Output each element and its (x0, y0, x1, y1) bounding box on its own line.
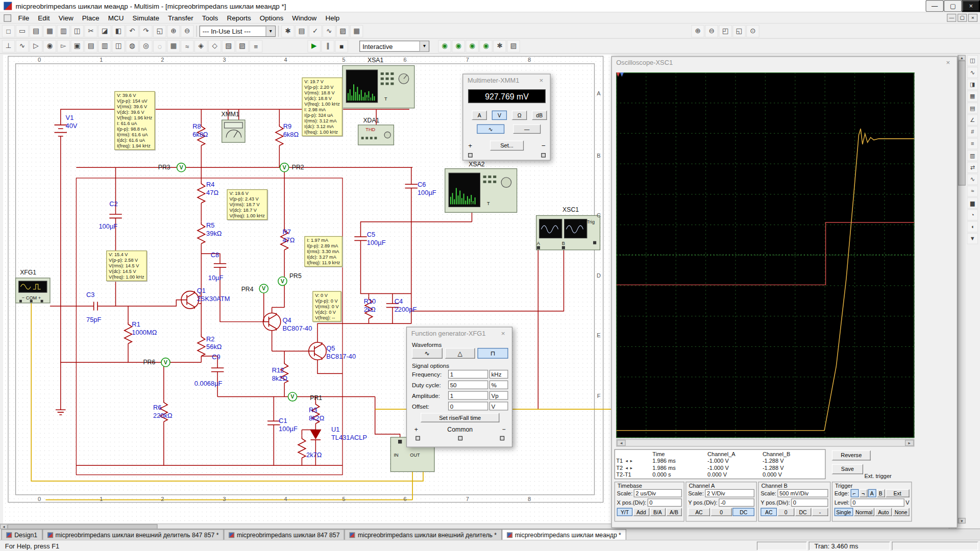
channel-a-scale-field[interactable]: 2 V/Div (705, 489, 754, 497)
component-label[interactable]: R11000MΩ (132, 320, 157, 337)
scope-hscrollbar[interactable]: ◄ ► (616, 439, 914, 447)
waveform-button[interactable]: ∿ (412, 348, 443, 359)
trigger-mode-button[interactable]: Single (835, 508, 853, 516)
zoom-in-icon[interactable]: ⊕ (691, 24, 704, 37)
place-diode-icon[interactable]: ▷ (30, 40, 43, 52)
close-icon[interactable]: × (537, 76, 546, 84)
trigger-mode-button[interactable]: Normal (853, 508, 874, 516)
trigger-edge-button[interactable]: ¬ (859, 489, 867, 497)
channel-b-coupling-button[interactable]: AC (761, 508, 777, 516)
timebase-mode-button[interactable]: B/A (650, 508, 666, 516)
close-button[interactable]: × (962, 0, 980, 12)
postprocessor-icon[interactable]: ▨ (336, 24, 350, 37)
trigger-mode-button[interactable]: None (893, 508, 910, 516)
component-symbols[interactable] (55, 123, 418, 458)
component-label[interactable]: R128k2Ω (272, 366, 287, 383)
analysis-icon[interactable]: ▨ (507, 40, 520, 52)
channel-b-coupling-button[interactable]: - (812, 508, 828, 516)
set-rise-fall-button[interactable]: Set rise/Fall time (421, 413, 499, 422)
multimeter-titlebar[interactable]: Multimeter-XMM1 × (463, 74, 550, 86)
menu-item[interactable]: Simulate (128, 13, 164, 23)
print-icon[interactable]: ▥ (57, 24, 70, 37)
component-label[interactable]: R102kΩ (364, 297, 376, 314)
save-button[interactable]: Save (832, 464, 863, 474)
undo-icon[interactable]: ↶ (126, 24, 139, 37)
spreadsheet-icon[interactable]: ▦ (350, 24, 363, 37)
menu-item[interactable]: Options (255, 13, 288, 23)
erc-check-icon[interactable]: ✓ (309, 24, 322, 37)
measurement-probe-icon[interactable]: ▼ (967, 233, 978, 244)
redo-icon[interactable]: ↷ (139, 24, 153, 37)
run-button[interactable]: ▶ (307, 40, 321, 52)
place-transistor-icon[interactable]: ◉ (43, 40, 56, 52)
function-generator-dialog[interactable]: Function generator-XFG1 × Waveforms ∿△⊓ … (406, 327, 512, 447)
copy-icon[interactable]: ◪ (98, 24, 111, 37)
menu-item[interactable]: Place (78, 13, 104, 23)
voltage-probe[interactable]: V (259, 284, 268, 293)
database-icon[interactable]: ▤ (295, 24, 308, 37)
oscilloscope-window[interactable]: Oscilloscope-XSC1 × ◄ ► Time Channel_A (611, 56, 958, 528)
component-label[interactable]: C9 (212, 353, 220, 361)
component-label[interactable]: R6220kΩ (153, 404, 173, 420)
voltage-probe[interactable]: V (288, 392, 297, 401)
menu-item[interactable]: Help (321, 13, 344, 23)
place-rf-icon[interactable]: ≈ (181, 40, 194, 52)
field-unit[interactable]: Vp (489, 391, 508, 400)
zoom-in-icon[interactable]: ⊕ (167, 24, 180, 37)
place-connector-icon[interactable]: ◇ (208, 40, 222, 52)
chevron-down-icon[interactable]: ▼ (420, 41, 429, 51)
waveform-button[interactable]: △ (445, 348, 475, 359)
field-input[interactable]: 1 (448, 370, 488, 379)
component-label[interactable]: R747Ω (282, 228, 295, 244)
voltage-probe[interactable]: V (177, 163, 186, 172)
scope-display[interactable] (616, 72, 914, 438)
trigger-edge-button[interactable]: ⌐ (850, 489, 859, 497)
menu-item[interactable]: Tools (198, 13, 223, 23)
place-electromech-icon[interactable]: ◈ (194, 40, 208, 52)
component-label[interactable]: R447Ω (206, 181, 218, 197)
menu-item[interactable]: Window (288, 13, 321, 23)
place-indicator-icon[interactable]: ◍ (126, 40, 139, 52)
channel-b-scale-field[interactable]: 500 mV/Div (777, 489, 828, 497)
mdi-minimize-button[interactable]: — (947, 14, 956, 22)
place-mcu-icon[interactable]: ▧ (222, 40, 235, 52)
plus-terminal[interactable] (415, 436, 420, 441)
reverse-button[interactable]: Reverse (832, 450, 871, 461)
digital-probe-icon[interactable]: ◉ (479, 40, 493, 52)
timebase-mode-button[interactable]: Y/T (617, 508, 633, 516)
component-label[interactable]: U1TL431ACLP (331, 425, 367, 442)
current-probe-icon[interactable]: ◉ (452, 40, 465, 52)
channel-b-coupling-button[interactable]: 0 (778, 508, 794, 516)
chevron-down-icon[interactable]: ▼ (265, 26, 275, 36)
channel-a-coupling-button[interactable]: 0 (710, 508, 732, 516)
cut-icon[interactable]: ✂ (84, 24, 97, 37)
grapher-icon[interactable]: ∿ (323, 24, 336, 37)
current-clamp-icon[interactable]: ◖ (967, 221, 978, 232)
component-label[interactable]: C1100µF (279, 417, 298, 433)
trigger-mode-button[interactable]: Auto (875, 508, 892, 516)
network-analyzer-icon[interactable]: ◔ (967, 209, 978, 220)
menu-item[interactable]: File (14, 13, 34, 23)
plus-terminal[interactable] (468, 153, 473, 158)
multimeter-mode-button[interactable]: Ω (512, 111, 527, 120)
mdi-restore-button[interactable]: ▢ (958, 14, 967, 22)
timebase-scale-field[interactable]: 2 us/Div (634, 489, 682, 497)
field-input[interactable]: 1 (448, 391, 488, 400)
menu-item[interactable]: Transfer (164, 13, 198, 23)
distortion-analyzer-icon[interactable]: ≈ (967, 186, 978, 197)
component-label[interactable]: Q4BC807-40 (282, 316, 312, 333)
spectrum-analyzer-icon[interactable]: ▆ (967, 197, 978, 209)
zoom-area-icon[interactable]: ◰ (719, 24, 732, 37)
voltage-probe-icon[interactable]: ◉ (438, 40, 451, 52)
waveform-button[interactable]: ⊓ (478, 348, 508, 359)
component-label[interactable]: R256kΩ (206, 335, 222, 351)
channel-b-coupling-button[interactable]: DC (795, 508, 811, 516)
component-label[interactable]: R96k8Ω (283, 122, 299, 139)
component-label[interactable]: R539kΩ (206, 221, 222, 237)
place-basic-icon[interactable]: ∿ (16, 40, 29, 52)
new-file-icon[interactable]: □ (2, 24, 15, 37)
document-tab[interactable]: Design1 (1, 529, 42, 540)
component-label[interactable]: 2k7Ω (306, 451, 322, 459)
open-file-icon[interactable]: ▭ (16, 24, 29, 37)
component-label[interactable]: C2 (109, 200, 117, 208)
